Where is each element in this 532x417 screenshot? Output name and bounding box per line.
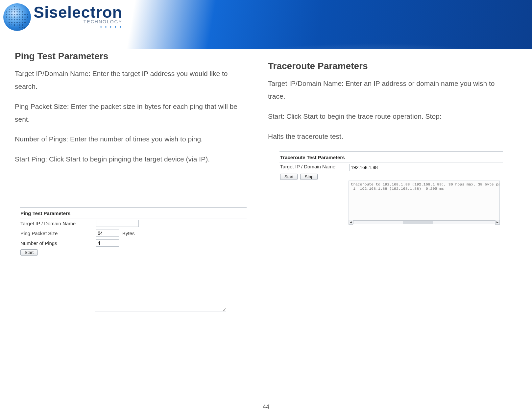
globe-icon [3,3,31,31]
ping-size-unit: Bytes [122,231,135,236]
ping-row-start: Start [20,248,247,257]
brand-dots: • • • • • [34,24,122,30]
ping-heading: Ping Test Parameters [15,51,252,61]
scroll-track[interactable] [353,220,495,224]
trace-row-target: Target IP / Domain Name [279,162,503,172]
ping-row-size: Ping Packet Size Bytes [20,228,247,238]
scroll-left-icon[interactable]: ◄ [349,220,353,225]
ping-form-title: Ping Test Parameters [20,208,247,218]
trace-para-target: Target IP/Domain Name: Enter an IP addre… [268,77,505,103]
ping-row-count: Number of Pings [20,238,247,248]
ping-count-label: Number of Pings [20,240,93,246]
ping-para-size: Ping Packet Size: Enter the packet size … [15,100,252,126]
trace-start-button[interactable]: Start [280,174,298,180]
ping-target-label: Target IP / Domain Name [20,221,93,226]
ping-start-button[interactable]: Start [20,249,38,256]
scroll-right-icon[interactable]: ► [495,220,500,225]
page-number: 44 [0,404,532,410]
trace-target-input[interactable] [349,164,395,171]
trace-output-scrollbar[interactable]: ◄ ► [349,220,500,225]
trace-output: traceroute to 192.168.1.88 (192.168.1.88… [349,181,500,220]
trace-target-label: Target IP / Domain Name [280,164,346,169]
trace-stop-button[interactable]: Stop [300,174,318,180]
trace-row-buttons: Start Stop [279,172,503,181]
brand-logo: Siselectron TECHNOLOGY • • • • • [3,3,122,31]
trace-form-title: Traceroute Test Parameters [279,152,503,162]
ping-count-input[interactable] [96,239,119,247]
brand-name: Siselectron [34,5,122,20]
trace-para-stop: Halts the traceroute test. [268,130,505,143]
ping-output [95,259,226,311]
ping-size-input[interactable] [96,230,119,237]
trace-heading: Traceroute Parameters [268,61,505,71]
trace-form: Traceroute Test Parameters Target IP / D… [279,151,503,225]
trace-para-start: Start: Click Start to begin the trace ro… [268,110,505,123]
ping-para-target: Target IP/Domain Name: Enter the target … [15,67,252,93]
ping-size-label: Ping Packet Size [20,231,93,236]
header-banner: Siselectron TECHNOLOGY • • • • • [0,0,532,49]
scroll-thumb[interactable] [403,221,433,224]
ping-para-count: Number of Pings: Enter the number of tim… [15,133,252,146]
ping-form: Ping Test Parameters Target IP / Domain … [20,207,247,311]
ping-para-start: Start Ping: Click Start to begin pinging… [15,153,252,166]
ping-row-target: Target IP / Domain Name [20,218,247,228]
ping-target-input[interactable] [96,220,139,227]
